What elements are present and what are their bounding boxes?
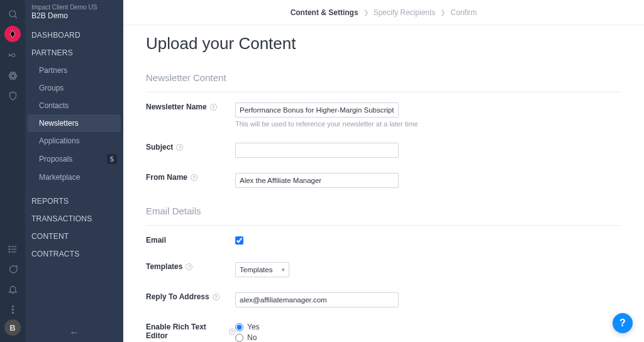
sidebar-sub-newsletters[interactable]: Newsletters [28, 114, 121, 132]
proposals-badge: 5 [107, 154, 117, 164]
sidebar-item-label: Proposals [39, 155, 72, 163]
avatar[interactable]: B [4, 319, 21, 336]
newsletter-name-input[interactable] [235, 102, 399, 118]
svg-point-0 [9, 10, 15, 16]
svg-point-9 [9, 248, 9, 249]
sidebar-sub-proposals[interactable]: Proposals 5 [25, 150, 123, 168]
sidebar-item-dashboard[interactable]: DASHBOARD [25, 26, 123, 44]
from-name-input[interactable] [235, 173, 399, 188]
svg-point-8 [9, 246, 9, 246]
rte-no-label: No [247, 333, 257, 342]
brand-title: B2B Demo [31, 11, 117, 20]
chevron-right-icon: ❯ [364, 9, 369, 16]
help-icon[interactable]: ? [210, 104, 217, 111]
sidebar-item-reports[interactable]: REPORTS [25, 192, 123, 210]
collapse-sidebar-icon[interactable]: ← [25, 323, 123, 342]
reply-to-input[interactable] [235, 292, 399, 307]
stepper: Content & Settings ❯ Specify Recipients … [123, 0, 644, 25]
divider [146, 92, 621, 92]
main: Content & Settings ❯ Specify Recipients … [123, 0, 644, 342]
icon-rail: B [0, 0, 25, 342]
sidebar-item-contracts[interactable]: CONTRACTS [25, 245, 123, 263]
content-area: Upload your Content Newsletter Content N… [123, 25, 644, 342]
chat-icon[interactable] [0, 259, 25, 279]
email-checkbox[interactable] [235, 236, 243, 245]
step-confirm[interactable]: Confirm [450, 8, 477, 17]
help-icon[interactable]: ? [213, 294, 219, 301]
chevron-down-icon: ▾ [282, 267, 285, 273]
label-rte: Enable Rich Text Editor? [146, 323, 235, 340]
sidebar-item-partners[interactable]: PARTNERS [25, 44, 123, 62]
step-content-settings[interactable]: Content & Settings [291, 8, 358, 17]
help-icon[interactable]: ? [186, 263, 192, 270]
sidebar-sub-groups[interactable]: Groups [25, 79, 123, 97]
label-from-name: From Name? [146, 173, 235, 182]
atom-icon[interactable] [0, 65, 25, 86]
label-templates: Templates? [146, 262, 235, 271]
brand-subtitle: Impact Client Demo US [31, 4, 117, 11]
label-reply-to: Reply To Address? [146, 292, 235, 301]
infinity-icon[interactable] [0, 45, 25, 65]
sidebar: Impact Client Demo US B2B Demo DASHBOARD… [25, 0, 123, 342]
divider [146, 225, 621, 226]
label-email: Email [146, 236, 235, 245]
rte-no-radio[interactable] [235, 334, 243, 342]
help-icon[interactable]: ? [191, 174, 197, 181]
svg-line-1 [14, 16, 16, 18]
sidebar-sub-contacts[interactable]: Contacts [25, 97, 123, 114]
sidebar-sub-applications[interactable]: Applications [25, 132, 123, 150]
svg-point-14 [12, 312, 13, 313]
section-email-details: Email Details [146, 206, 621, 216]
help-fab[interactable]: ? [613, 313, 633, 333]
brand-block[interactable]: Impact Client Demo US B2B Demo [25, 0, 123, 26]
sidebar-item-transactions[interactable]: TRANSACTIONS [25, 210, 123, 228]
svg-point-10 [9, 251, 9, 252]
step-specify-recipients[interactable]: Specify Recipients [374, 8, 436, 17]
brand-logo[interactable] [4, 26, 21, 42]
rte-yes-radio[interactable] [235, 323, 243, 331]
label-newsletter-name: Newsletter Name? [146, 102, 235, 111]
sidebar-sub-marketplace[interactable]: Marketplace [25, 168, 123, 186]
subject-input[interactable] [235, 143, 399, 158]
sidebar-sub-partners[interactable]: Partners [25, 62, 123, 79]
more-icon[interactable] [0, 299, 25, 319]
page-title: Upload your Content [146, 34, 621, 53]
newsletter-name-hint: This will be used to reference your news… [235, 120, 621, 128]
bell-icon[interactable] [0, 279, 25, 299]
label-subject: Subject? [146, 143, 235, 152]
templates-selected: Templates [240, 266, 272, 273]
help-icon[interactable]: ? [176, 144, 183, 151]
section-newsletter-content: Newsletter Content [146, 72, 621, 83]
search-icon[interactable] [0, 4, 25, 24]
tasks-icon[interactable] [0, 239, 25, 259]
help-icon[interactable]: ? [229, 328, 236, 335]
rte-yes-label: Yes [247, 323, 260, 331]
shield-icon[interactable] [0, 86, 25, 106]
sidebar-item-content[interactable]: CONTENT [25, 228, 123, 245]
chevron-right-icon: ❯ [440, 9, 445, 16]
svg-point-12 [12, 306, 13, 307]
sidebar-nav: DASHBOARD PARTNERS Partners Groups Conta… [25, 26, 123, 323]
svg-point-13 [12, 309, 13, 310]
templates-select[interactable]: Templates ▾ [235, 262, 289, 277]
